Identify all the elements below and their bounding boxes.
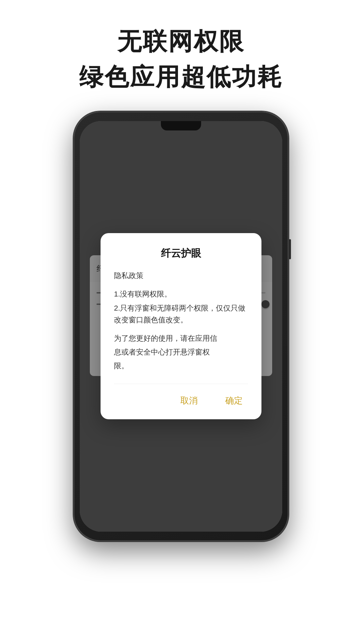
dialog-body-line5: 为了您更好的使用，请在应用信 [114,332,248,344]
side-button [289,239,291,259]
dialog-body-privacy: 隐私政策 [114,270,248,281]
phone-screen: 纤云... ⋮ [80,121,282,532]
dialog-body-line2: 1.没有联网权限。 [114,288,248,300]
dialog-overlay: 纤云护眼 隐私政策 1.没有联网权限。 2.只有浮窗和无障碍两个权限，仅仅只做改… [80,121,282,532]
dialog-body-line7: 限。 [114,360,248,372]
phone-shell: 纤云... ⋮ [74,112,288,541]
confirm-button[interactable]: 确定 [220,392,248,409]
headline-line1: 无联网权限 [20,27,342,56]
dialog-body-line6: 息或者安全中心打开悬浮窗权 [114,346,248,358]
screen-content: 纤云... ⋮ [80,121,282,532]
dialog-buttons: 取消 确定 [114,384,248,409]
dialog-title: 纤云护眼 [114,247,248,260]
phone-mockup: 纤云... ⋮ [74,112,288,541]
headline-area: 无联网权限 绿色应用超低功耗 [0,0,362,105]
dialog-body-line3: 2.只有浮窗和无障碍两个权限，仅仅只做改变窗口颜色值改变。 [114,302,248,326]
dialog-box: 纤云护眼 隐私政策 1.没有联网权限。 2.只有浮窗和无障碍两个权限，仅仅只做改… [101,233,261,419]
cancel-button[interactable]: 取消 [175,392,203,409]
headline-line2: 绿色应用超低功耗 [20,62,342,91]
dialog-body: 隐私政策 1.没有联网权限。 2.只有浮窗和无障碍两个权限，仅仅只做改变窗口颜色… [114,270,248,372]
